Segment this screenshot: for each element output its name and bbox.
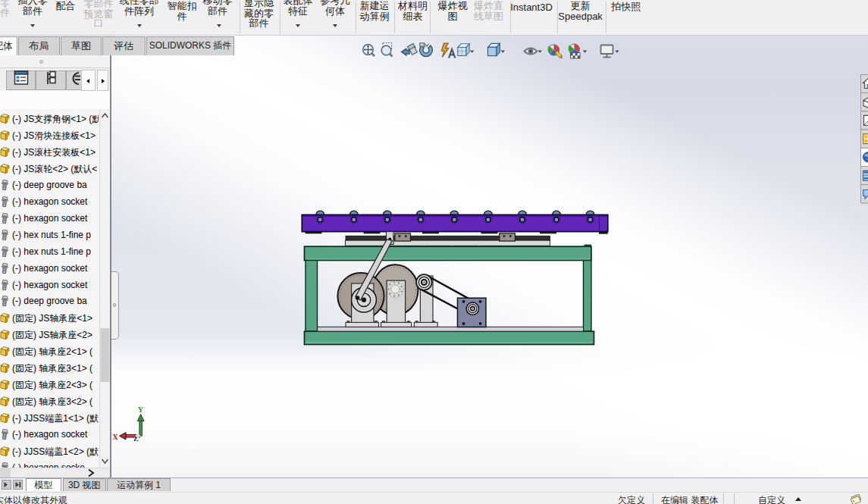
svg-text:Y: Y <box>138 405 144 414</box>
svg-text:X: X <box>113 433 119 441</box>
